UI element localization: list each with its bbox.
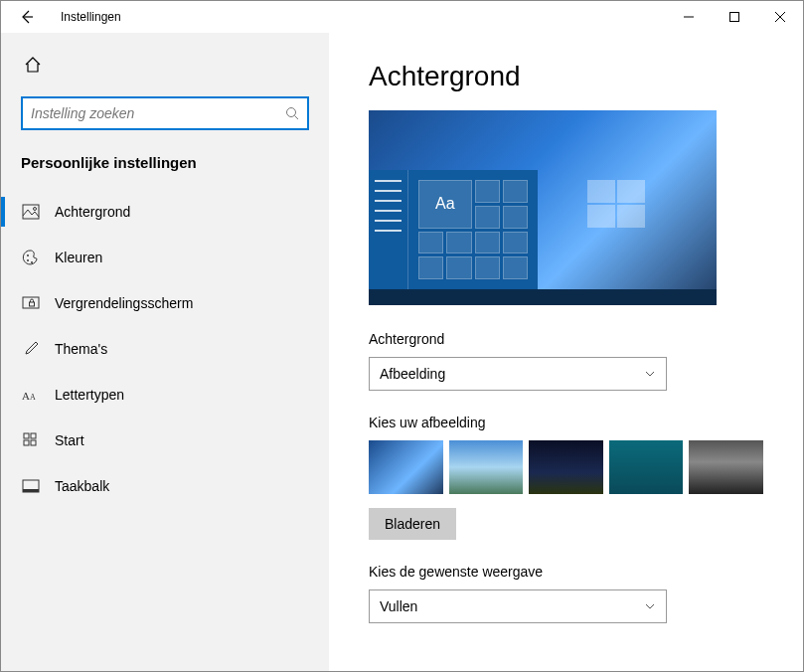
sidebar-item-background[interactable]: Achtergrond — [1, 189, 329, 235]
titlebar: Instellingen — [1, 1, 803, 33]
browse-button[interactable]: Bladeren — [369, 508, 456, 540]
dropdown-value: Afbeelding — [380, 366, 445, 382]
svg-rect-14 — [31, 440, 36, 445]
picture-icon — [21, 202, 41, 222]
image-thumbnails — [369, 440, 763, 494]
minimize-button[interactable] — [666, 1, 712, 33]
svg-rect-11 — [24, 433, 29, 438]
preview-start-panel: Aa — [369, 170, 538, 289]
svg-point-6 — [31, 261, 33, 263]
sidebar-item-taskbar[interactable]: Taakbalk — [1, 463, 329, 509]
svg-point-1 — [287, 108, 296, 117]
windows-logo-icon — [587, 180, 647, 230]
sidebar-item-colors[interactable]: Kleuren — [1, 235, 329, 280]
sidebar-section-title: Persoonlijke instellingen — [21, 154, 309, 171]
back-button[interactable] — [7, 1, 47, 33]
thumbnail-4[interactable] — [609, 440, 684, 494]
sidebar-item-label: Taakbalk — [55, 478, 109, 494]
thumbnail-2[interactable] — [449, 440, 524, 494]
thumbnail-3[interactable] — [529, 440, 603, 494]
sidebar-item-lockscreen[interactable]: Vergrendelingsscherm — [1, 280, 329, 326]
palette-icon — [21, 248, 41, 267]
sidebar-nav: Achtergrond Kleuren Vergrendelingsscherm — [1, 189, 329, 509]
svg-point-5 — [27, 259, 29, 261]
content-panel: Achtergrond Aa — [329, 33, 803, 671]
svg-rect-8 — [30, 302, 35, 306]
sidebar-item-label: Thema's — [55, 341, 107, 357]
maximize-button[interactable] — [712, 1, 757, 33]
start-grid-icon — [21, 430, 41, 450]
sidebar-item-themes[interactable]: Thema's — [1, 326, 329, 372]
sidebar-item-label: Kleuren — [55, 250, 102, 265]
font-icon: AA — [21, 385, 41, 405]
svg-text:A: A — [30, 393, 36, 402]
sidebar-item-label: Vergrendelingsscherm — [55, 295, 193, 311]
home-button[interactable] — [13, 45, 53, 84]
search-icon — [285, 106, 299, 120]
chevron-down-icon — [644, 368, 656, 380]
taskbar-icon — [21, 476, 41, 496]
lock-screen-icon — [21, 293, 41, 313]
sidebar-item-fonts[interactable]: AA Lettertypen — [1, 372, 329, 418]
choose-image-label: Kies uw afbeelding — [369, 415, 763, 430]
fit-dropdown-label: Kies de gewenste weergave — [369, 564, 763, 580]
brush-icon — [21, 339, 41, 359]
sidebar: Persoonlijke instellingen Achtergrond Kl… — [1, 33, 329, 671]
dropdown-value: Vullen — [380, 598, 417, 614]
settings-window: Instellingen Persoonlijke — [0, 0, 804, 672]
svg-rect-12 — [31, 433, 36, 438]
search-box[interactable] — [21, 96, 309, 130]
search-input[interactable] — [31, 105, 285, 121]
page-title: Achtergrond — [369, 61, 763, 92]
svg-rect-0 — [730, 13, 739, 22]
sidebar-item-label: Lettertypen — [55, 387, 124, 403]
svg-rect-13 — [24, 440, 29, 445]
svg-point-3 — [34, 208, 37, 211]
fit-dropdown[interactable]: Vullen — [369, 589, 667, 623]
preview-sample-text: Aa — [418, 180, 472, 229]
svg-rect-2 — [23, 205, 39, 219]
sidebar-item-start[interactable]: Start — [1, 418, 329, 463]
svg-rect-16 — [23, 489, 39, 492]
window-title: Instellingen — [61, 10, 121, 24]
background-type-dropdown[interactable]: Afbeelding — [369, 357, 667, 391]
thumbnail-1[interactable] — [369, 440, 443, 494]
svg-text:A: A — [22, 390, 30, 402]
sidebar-item-label: Start — [55, 432, 84, 448]
background-dropdown-label: Achtergrond — [369, 331, 763, 347]
sidebar-item-label: Achtergrond — [55, 204, 130, 220]
chevron-down-icon — [644, 600, 656, 612]
svg-point-4 — [27, 254, 29, 256]
desktop-preview: Aa — [369, 110, 717, 305]
close-button[interactable] — [757, 1, 803, 33]
thumbnail-5[interactable] — [689, 440, 763, 494]
